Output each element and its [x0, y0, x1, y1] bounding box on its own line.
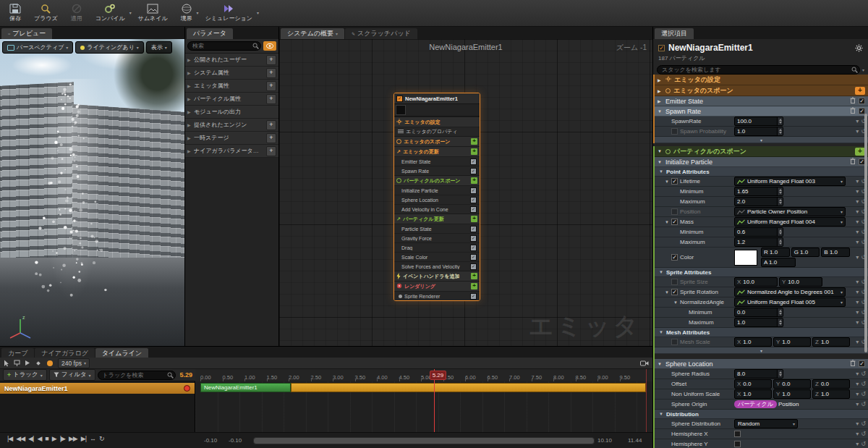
- node-group-4[interactable]: ↗エミッタの更新+: [394, 146, 480, 156]
- jump-back-button[interactable]: ◀◀: [16, 435, 25, 442]
- stack-search-input[interactable]: [657, 65, 860, 75]
- reset-icon[interactable]: ↺: [861, 431, 866, 437]
- chevron-down-icon[interactable]: ▾: [856, 371, 859, 377]
- play-reverse-button[interactable]: ◀: [37, 435, 41, 442]
- loop-button[interactable]: ↻: [99, 435, 104, 442]
- color-channel-a[interactable]: A 1.0: [761, 258, 796, 267]
- module-enabled-checkbox[interactable]: ✓: [470, 168, 477, 174]
- number-input[interactable]: 0.0: [734, 308, 783, 317]
- add-parameter-button[interactable]: +: [266, 94, 276, 104]
- chevron-down-icon[interactable]: ▾: [862, 67, 864, 72]
- chevron-down-icon[interactable]: ▾: [856, 118, 859, 124]
- dynamic-input-dropdown[interactable]: Normalized Angle to Degrees 001▾: [734, 287, 846, 297]
- tab-system-overview[interactable]: システムの概要 ▾: [281, 28, 344, 39]
- add-module-button[interactable]: +: [471, 177, 477, 184]
- chevron-down-icon[interactable]: ▾: [856, 239, 859, 245]
- viewport-button-2[interactable]: ライティングあり▾: [75, 41, 144, 54]
- step-forward-button[interactable]: |▶: [60, 435, 65, 442]
- chevron-right-icon[interactable]: ▶: [187, 148, 192, 153]
- expander-icon[interactable]: ▶: [658, 77, 663, 83]
- track-search-input[interactable]: [98, 371, 176, 380]
- expander-icon[interactable]: ▼: [659, 330, 663, 334]
- node-module-13[interactable]: Gravity Force✓: [394, 233, 480, 242]
- spinner[interactable]: [777, 238, 783, 246]
- add-parameter-button[interactable]: +: [266, 81, 276, 91]
- node-group-7[interactable]: パーティクルのスポーン+: [394, 175, 480, 185]
- number-input[interactable]: 1.0: [734, 127, 783, 136]
- chevron-right-icon[interactable]: ▶: [187, 70, 192, 75]
- parameter-section-3[interactable]: ▶エミッタ属性+: [185, 80, 278, 93]
- color-channel-g[interactable]: G 1.0: [791, 248, 820, 257]
- auto-key-icon[interactable]: [46, 360, 54, 367]
- toolbar-button-4[interactable]: コンパイル▾: [89, 0, 132, 26]
- param-checkbox[interactable]: [734, 441, 741, 447]
- parameter-section-8[interactable]: ▶ナイアガラパラメータコレクション+: [185, 145, 278, 158]
- param-enabled-checkbox[interactable]: [671, 339, 678, 345]
- module-enabled-checkbox[interactable]: ✓: [859, 98, 865, 104]
- chevron-right-icon[interactable]: ▶: [187, 135, 192, 140]
- add-module-button[interactable]: +: [471, 283, 477, 289]
- vector-component-z[interactable]: Z1.0: [812, 337, 850, 347]
- expander-icon[interactable]: ▼: [658, 109, 663, 114]
- toolbar-button-2[interactable]: ブラウズ: [27, 0, 64, 26]
- node-group-17[interactable]: イベントハンドラを追加+: [394, 271, 480, 281]
- keyframe-icon[interactable]: [35, 360, 42, 367]
- chevron-down-icon[interactable]: ▾: [257, 10, 259, 15]
- dynamic-input-dropdown[interactable]: Uniform Ranged Float 004▾: [734, 217, 846, 227]
- chevron-right-icon[interactable]: ▶: [187, 96, 192, 101]
- node-module-14[interactable]: Drag✓: [394, 242, 480, 252]
- stack-module-header[interactable]: ▼Sphere Location✓: [655, 359, 868, 369]
- expander-icon[interactable]: ▶: [658, 98, 663, 103]
- trash-icon[interactable]: [850, 107, 856, 115]
- node-module-10[interactable]: Add Velocity in Cone✓: [394, 204, 480, 214]
- vector-component-y[interactable]: Y0.0: [773, 379, 811, 389]
- expander-icon[interactable]: ▼: [658, 160, 663, 164]
- toolbar-button-6[interactable]: 境界▾: [174, 0, 199, 26]
- module-enabled-checkbox[interactable]: ✓: [470, 206, 477, 213]
- add-parameter-button[interactable]: +: [266, 133, 276, 143]
- chevron-right-icon[interactable]: ▶: [187, 57, 192, 62]
- spinner[interactable]: [777, 127, 783, 135]
- chevron-down-icon[interactable]: ▾: [856, 431, 859, 437]
- chevron-down-icon[interactable]: ▾: [856, 289, 859, 295]
- tab-selection[interactable]: 選択項目: [655, 28, 694, 39]
- chevron-down-icon[interactable]: ▾: [856, 178, 859, 185]
- marker-icon[interactable]: [14, 360, 20, 366]
- number-input[interactable]: 2.0: [734, 197, 783, 206]
- trash-icon[interactable]: [850, 360, 856, 368]
- spinner[interactable]: [777, 318, 783, 326]
- go-to-front-button[interactable]: |◀: [7, 435, 12, 442]
- node-module-16[interactable]: Solve Forces and Velocity✓: [394, 261, 480, 271]
- toolbar-button-1[interactable]: 保存: [3, 0, 27, 26]
- expander-icon[interactable]: ▼: [659, 412, 663, 416]
- node-module-12[interactable]: Particle State✓: [394, 224, 480, 233]
- add-track-button[interactable]: + トラック ▾: [3, 369, 47, 381]
- chevron-down-icon[interactable]: ▾: [856, 254, 859, 261]
- param-enabled-checkbox[interactable]: ✓: [671, 219, 678, 225]
- parameter-section-2[interactable]: ▶システム属性+: [185, 67, 278, 80]
- chevron-down-icon[interactable]: ▾: [856, 339, 859, 345]
- expander-icon[interactable]: ▼: [658, 149, 663, 153]
- add-module-button[interactable]: +: [471, 148, 477, 155]
- vector-component-x[interactable]: X10.0: [734, 277, 778, 287]
- param-checkbox[interactable]: [734, 431, 741, 437]
- param-enabled-checkbox[interactable]: ✓: [671, 254, 678, 261]
- color-swatch[interactable]: [734, 250, 757, 266]
- param-enabled-checkbox[interactable]: [671, 208, 678, 215]
- node-module-2[interactable]: エミッタのプロパティ: [394, 127, 480, 136]
- param-enabled-checkbox[interactable]: ✓: [671, 289, 678, 295]
- vector-component-x[interactable]: X1.0: [734, 389, 772, 399]
- module-enabled-checkbox[interactable]: ✓: [470, 245, 477, 251]
- vector-component-y[interactable]: Y10.0: [779, 277, 822, 287]
- param-enabled-checkbox[interactable]: [671, 279, 678, 285]
- vector-component-x[interactable]: X0.0: [734, 379, 772, 389]
- tab-scratch-pad[interactable]: ✎ スクラッチパッド: [345, 28, 417, 39]
- node-group-3[interactable]: エミッタのスポーン+: [394, 136, 480, 146]
- color-channel-b[interactable]: B 1.0: [821, 248, 850, 257]
- expander-icon[interactable]: ▼: [665, 220, 669, 224]
- number-input[interactable]: 8.0: [734, 369, 783, 379]
- expander-icon[interactable]: ▼: [659, 169, 663, 174]
- reset-icon[interactable]: ↺: [861, 420, 866, 427]
- spinner[interactable]: [777, 117, 783, 125]
- stack-subheader[interactable]: ▼Point Attributes: [655, 167, 868, 177]
